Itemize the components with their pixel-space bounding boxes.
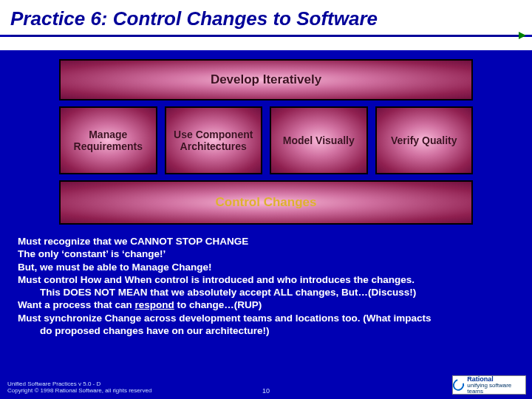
bullet-line: But, we must be able to Manage Change! — [18, 261, 514, 273]
diagram-bottom-bar: Control Changes — [59, 180, 473, 225]
bullet-line: Must synchronize Change across developme… — [18, 312, 514, 324]
logo-swirl-icon — [451, 377, 466, 392]
footer-line1: Unified Software Practices v 5.0 - D — [7, 381, 151, 388]
bullet-line: Want a process that can respond to chang… — [18, 299, 514, 311]
page-number: 10 — [262, 387, 270, 395]
slide-title: Practice 6: Control Changes to Software — [0, 0, 532, 35]
practices-diagram: Develop Iteratively Manage Requirements … — [59, 59, 473, 225]
logo-text: Rational unifying software teams — [467, 376, 525, 395]
logo-tagline: unifying software teams — [467, 382, 511, 395]
diagram-cell-manage-requirements: Manage Requirements — [59, 106, 157, 174]
diagram-cell-verify-quality: Verify Quality — [375, 106, 474, 174]
bullet-line: The only ‘constant’ is ‘change!’ — [18, 248, 514, 260]
diagram-area: Develop Iteratively Manage Requirements … — [0, 50, 532, 225]
title-underline — [10, 35, 522, 37]
bullet-frag: Want a process that can — [18, 299, 135, 310]
bullet-line-indent: do proposed changes have on our architec… — [18, 324, 514, 337]
diagram-top-label: Develop Iteratively — [211, 72, 321, 87]
diagram-middle-row: Manage Requirements Use Component Archit… — [59, 106, 473, 174]
diagram-cell-component-architectures: Use Component Architectures — [165, 106, 263, 174]
bullet-frag: to change…(RUP) — [174, 299, 262, 310]
bullet-line-indent: This DOES NOT MEAN that we absolutely ac… — [18, 286, 514, 299]
title-gap — [0, 37, 532, 50]
diagram-top-bar: Develop Iteratively — [59, 59, 473, 100]
bullet-line: Must recognize that we CANNOT STOP CHANG… — [18, 235, 514, 248]
rational-logo: Rational unifying software teams — [452, 375, 526, 395]
bullet-underlined: respond — [135, 299, 174, 310]
footer-text: Unified Software Practices v 5.0 - D Cop… — [7, 381, 151, 395]
body-text: Must recognize that we CANNOT STOP CHANG… — [0, 225, 532, 337]
diagram-bottom-label: Control Changes — [216, 195, 317, 210]
diagram-cell-model-visually: Model Visually — [270, 106, 368, 174]
footer-line2: Copyright © 1998 Rational Software, all … — [7, 387, 151, 395]
bullet-line: Must control How and When control is int… — [18, 273, 514, 286]
